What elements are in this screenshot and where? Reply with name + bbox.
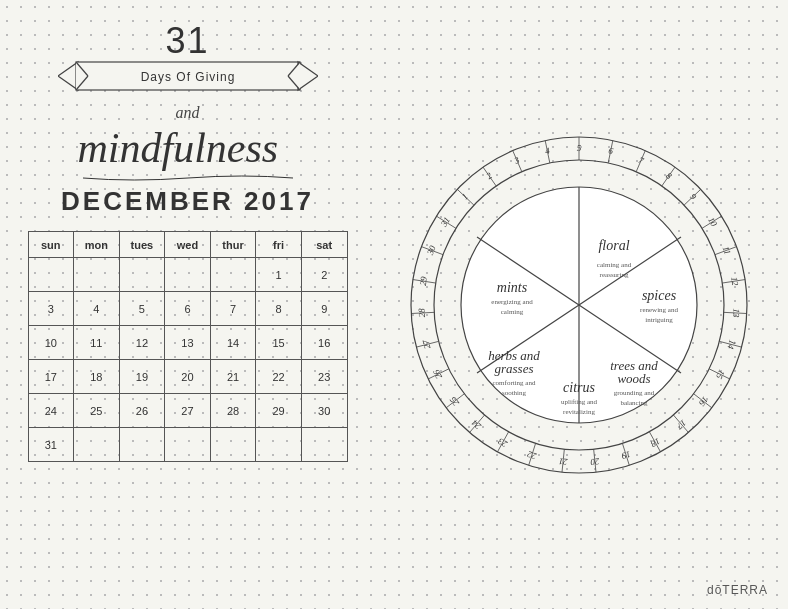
calendar-cell: 18	[74, 360, 120, 394]
underline-svg	[78, 174, 298, 182]
calendar-cell: 4	[74, 292, 120, 326]
month-year: DECEMBER 2017	[61, 186, 314, 217]
calendar-cell: 12	[119, 326, 165, 360]
calendar-cell: 11	[74, 326, 120, 360]
svg-marker-2	[298, 62, 318, 90]
col-sat: sat	[301, 232, 347, 258]
banner-section: Days Of Giving	[58, 58, 318, 94]
calendar-cell	[28, 258, 74, 292]
calendar-cell: 1	[256, 258, 302, 292]
calendar-row: 10111213141516	[28, 326, 347, 360]
calendar-cell: 22	[256, 360, 302, 394]
col-mon: mon	[74, 232, 120, 258]
banner-svg: Days Of Giving	[58, 58, 318, 94]
calendar-cell	[210, 258, 256, 292]
calendar-cell: 10	[28, 326, 74, 360]
doterra-logo: dōTERRA	[707, 583, 768, 597]
col-wed: wed	[165, 232, 211, 258]
calendar-cell	[210, 428, 256, 462]
calendar-cell: 28	[210, 394, 256, 428]
col-tues: tues	[119, 232, 165, 258]
calendar-cell	[301, 428, 347, 462]
calendar-cell: 13	[165, 326, 211, 360]
brand-name: dōTERRA	[707, 583, 768, 597]
col-thur: thur	[210, 232, 256, 258]
calendar-row: 31	[28, 428, 347, 462]
calendar-cell	[256, 428, 302, 462]
col-fri: fri	[256, 232, 302, 258]
calendar-row: 17181920212223	[28, 360, 347, 394]
calendar-row: 24252627282930	[28, 394, 347, 428]
svg-marker-0	[58, 62, 78, 90]
wheel-numbers	[404, 130, 754, 480]
mindfulness-section: mindfulness	[78, 124, 298, 182]
day-count: 31	[165, 20, 209, 62]
calendar-cell: 31	[28, 428, 74, 462]
calendar-cell: 24	[28, 394, 74, 428]
calendar-cell: 7	[210, 292, 256, 326]
calendar-cell	[119, 258, 165, 292]
calendar-cell: 15	[256, 326, 302, 360]
calendar-cell	[74, 428, 120, 462]
calendar-cell: 17	[28, 360, 74, 394]
calendar-cell: 25	[74, 394, 120, 428]
calendar-cell	[74, 258, 120, 292]
mindfulness-text: mindfulness	[78, 124, 298, 172]
left-panel: 31 Days Of Giving	[0, 0, 370, 609]
calendar-cell: 30	[301, 394, 347, 428]
calendar-body: 1234567891011121314151617181920212223242…	[28, 258, 347, 462]
calendar-cell	[119, 428, 165, 462]
calendar-cell: 27	[165, 394, 211, 428]
calendar-cell: 20	[165, 360, 211, 394]
calendar-cell	[165, 258, 211, 292]
calendar-cell: 9	[301, 292, 347, 326]
calendar-cell: 21	[210, 360, 256, 394]
calendar-cell: 19	[119, 360, 165, 394]
calendar-cell: 5	[119, 292, 165, 326]
calendar-cell: 8	[256, 292, 302, 326]
calendar-cell: 16	[301, 326, 347, 360]
calendar-header-row: sun mon tues wed thur fri sat	[28, 232, 347, 258]
calendar-cell: 6	[165, 292, 211, 326]
svg-text:Days Of Giving: Days Of Giving	[140, 70, 235, 84]
calendar-cell: 2	[301, 258, 347, 292]
calendar-cell: 14	[210, 326, 256, 360]
col-sun: sun	[28, 232, 74, 258]
calendar-cell	[165, 428, 211, 462]
calendar-row: 12	[28, 258, 347, 292]
calendar-table: sun mon tues wed thur fri sat 1234567891…	[28, 231, 348, 462]
right-panel: floral calming and reassuring spices ren…	[370, 0, 788, 609]
calendar-row: 3456789	[28, 292, 347, 326]
calendar-cell: 23	[301, 360, 347, 394]
calendar-cell: 29	[256, 394, 302, 428]
calendar-cell: 3	[28, 292, 74, 326]
and-text: and	[176, 104, 200, 122]
page: 31 Days Of Giving	[0, 0, 788, 609]
calendar-cell: 26	[119, 394, 165, 428]
